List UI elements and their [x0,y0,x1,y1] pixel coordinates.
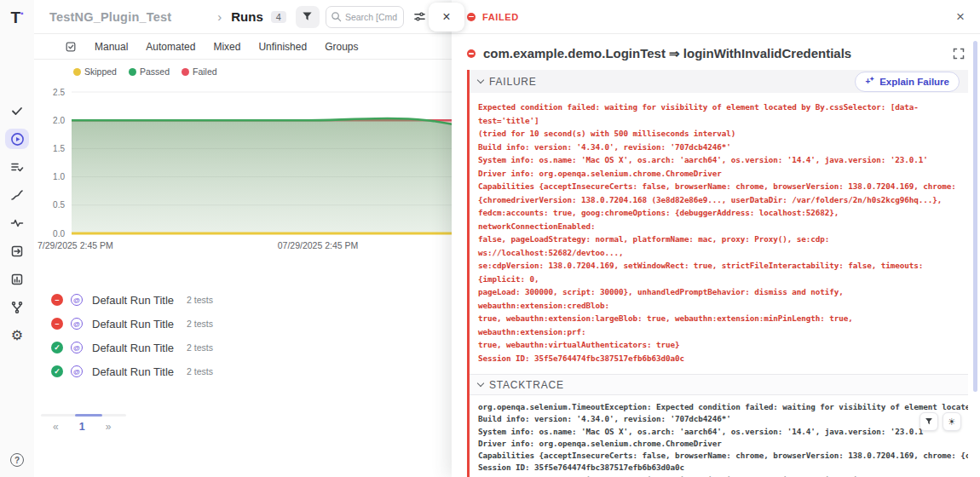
left-rail: T▪ ⚙ [0,0,34,477]
tab-mixed[interactable]: Mixed [213,41,240,53]
funnel-icon [302,11,313,22]
app-window: T▪ ⚙ [0,0,980,477]
search-icon [331,11,342,22]
tab-unfinished[interactable]: Unfinished [258,41,307,53]
nav-imports-icon[interactable] [5,241,29,261]
run-tests-count: 2 tests [187,366,213,376]
stacktrace-label: STACKTRACE [489,379,564,391]
run-title[interactable]: Default Run Title [92,342,174,354]
legend-skipped: Skipped [73,66,117,77]
filter-button[interactable] [296,6,320,28]
svg-text:1.5: 1.5 [53,144,65,153]
svg-text:0.5: 0.5 [53,200,65,210]
test-title-row: com.example.demo.LoginTest ⇒ loginWithIn… [452,34,980,70]
expand-button[interactable] [953,48,965,60]
run-row[interactable]: ✓ @ Default Run Title 2 tests [51,359,213,383]
stacktrace-block: org.openqa.selenium.TimeoutException: Ex… [470,395,968,477]
explain-failure-button[interactable]: +✦ Explain Failure [855,72,960,92]
chart-legend: Skipped Passed Failed [73,66,217,77]
failed-status-icon [467,13,476,21]
drawer-vscrollbar[interactable] [973,41,977,392]
runs-filter-tabs: Manual Automated Mixed Unfinished Groups [34,34,452,60]
run-row[interactable]: – @ Default Run Title 2 tests [51,312,213,336]
test-title: com.example.demo.LoginTest ⇒ loginWithIn… [483,46,851,61]
app-logo[interactable]: T▪ [0,9,34,27]
sun-icon: ☀ [948,417,956,428]
nav-testcases-icon[interactable] [5,101,29,121]
run-tests-count: 2 tests [187,295,213,305]
nav-milestones-icon[interactable] [5,185,29,205]
nav-settings-gear-icon[interactable]: ⚙ [5,325,29,346]
help-icon[interactable]: ? [10,453,24,467]
framework-icon: @ [71,365,83,377]
svg-text:2.5: 2.5 [53,88,65,97]
x-axis-label-start: 7/29/2025 2:45 PM [37,240,113,250]
select-runs-icon[interactable] [65,41,77,53]
close-icon[interactable]: × [956,9,965,24]
ai-sparkle-icon: +✦ [865,78,875,86]
svg-text:1.0: 1.0 [53,172,65,181]
rail-nav: ⚙ [0,101,34,346]
nav-activity-icon[interactable] [5,213,29,233]
list-scrollbar[interactable] [41,414,126,417]
framework-icon: @ [71,294,83,306]
svg-text:0.0: 0.0 [53,229,65,238]
svg-text:2.0: 2.0 [53,116,65,125]
tab-automated[interactable]: Automated [146,41,195,53]
failed-dot-icon [182,68,189,76]
failure-message: Expected condition failed: waiting for v… [470,93,968,374]
failure-section-header[interactable]: FAILURE +✦ Explain Failure [470,70,968,93]
run-title[interactable]: Default Run Title [92,318,174,330]
nav-runs-icon[interactable] [5,129,29,149]
runs-count-badge: 4 [271,11,286,23]
stacktrace-text: org.openqa.selenium.TimeoutException: Ex… [470,395,968,477]
run-status-icon: ✓ [51,342,63,353]
run-row[interactable]: ✓ @ Default Run Title 2 tests [51,336,213,359]
run-tests-count: 2 tests [187,319,213,329]
legend-passed: Passed [129,66,170,77]
run-status-icon: ✓ [51,365,63,377]
logo-accent-dot: ▪ [20,9,24,18]
stacktrace-filter-button[interactable] [919,412,938,431]
tab-manual[interactable]: Manual [95,41,128,53]
chevron-down-icon [477,77,484,83]
drawer-close-button[interactable]: × [429,3,464,32]
legend-failed: Failed [182,66,217,77]
page-next-button[interactable]: » [106,421,112,433]
chevron-down-icon [477,380,484,387]
pagination: « 1 » [53,421,111,433]
run-tests-count: 2 tests [187,342,213,353]
runs-header: TestNG_Plugin_Test › Runs 4 [34,0,452,34]
run-status-icon: – [51,318,63,330]
list-scrollbar-thumb[interactable] [75,414,102,417]
run-status-icon: – [51,294,63,306]
stacktrace-theme-button[interactable]: ☀ [943,412,961,431]
failed-status-icon [467,49,476,58]
status-badge: FAILED [482,12,519,22]
runs-list: – @ Default Run Title 2 tests – @ Defaul… [51,288,213,383]
x-axis-label-mid: 07/29/2025 2:45 PM [254,240,382,250]
run-row[interactable]: – @ Default Run Title 2 tests [51,288,213,312]
stacktrace-tools: ☀ [919,412,961,431]
failure-label: FAILURE [489,76,537,88]
stacktrace-section-header[interactable]: STACKTRACE [470,374,968,395]
detail-topbar: FAILED × [452,0,980,34]
passed-dot-icon [129,68,136,76]
skipped-dot-icon [73,68,81,76]
project-title: TestNG_Plugin_Test [49,10,171,24]
nav-testplans-icon[interactable] [5,157,29,177]
breadcrumb-chevron-icon: › [217,9,222,24]
view-settings-button[interactable] [411,8,429,26]
fullscreen-icon [953,48,965,60]
funnel-icon [925,417,933,426]
tab-groups[interactable]: Groups [325,41,358,53]
page-prev-button[interactable]: « [53,421,59,433]
nav-reports-icon[interactable] [5,269,29,290]
run-title[interactable]: Default Run Title [92,365,174,378]
framework-icon: @ [71,342,83,353]
run-title[interactable]: Default Run Title [92,294,174,307]
detail-content: FAILURE +✦ Explain Failure Expected cond… [467,70,968,477]
nav-integrations-icon[interactable] [5,297,29,318]
page-title: Runs [231,9,263,24]
page-number[interactable]: 1 [79,421,85,433]
